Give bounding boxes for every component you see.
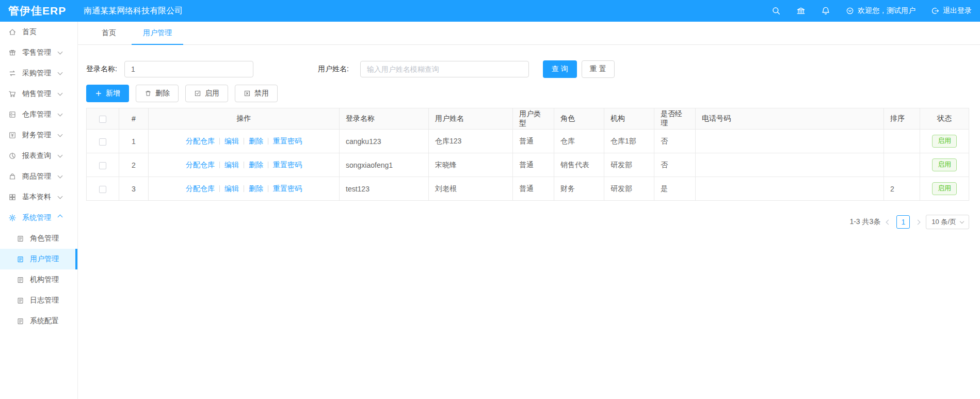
divider (244, 138, 244, 145)
cell-name: 刘老根 (429, 177, 513, 201)
tab-user-management[interactable]: 用户管理 (130, 22, 185, 44)
sidebar-item-purchase[interactable]: 采购管理 (0, 63, 77, 84)
reset-password-link[interactable]: 重置密码 (273, 161, 302, 170)
enable-button[interactable]: 启用 (185, 85, 228, 102)
divider (244, 162, 244, 168)
prev-page-button[interactable] (887, 220, 890, 224)
sidebar-item-warehouse[interactable]: 仓库管理 (0, 104, 77, 125)
assign-warehouse-link[interactable]: 分配仓库 (186, 184, 215, 194)
next-page-button[interactable] (916, 220, 920, 224)
bank-icon[interactable] (796, 6, 806, 15)
cell-name: 宋晓锋 (429, 153, 513, 177)
sidebar-item-system[interactable]: 系统管理 (0, 208, 77, 228)
cell-sort: 2 (884, 177, 920, 201)
bell-icon[interactable] (821, 6, 830, 15)
row-actions: 分配仓库 编辑 删除 重置密码 (149, 161, 339, 170)
sidebar-item-goods[interactable]: 商品管理 (0, 166, 77, 187)
assign-warehouse-link[interactable]: 分配仓库 (186, 137, 215, 146)
cell-type: 普通 (513, 130, 554, 153)
search-icon[interactable] (772, 6, 781, 15)
cart-icon (8, 90, 17, 98)
home-icon (8, 28, 17, 36)
sidebar-item-report[interactable]: 报表查询 (0, 146, 77, 166)
divider (268, 185, 268, 192)
cell-org: 研发部 (604, 177, 654, 201)
col-header-phone: 电话号码 (696, 108, 884, 130)
row-checkbox[interactable] (99, 186, 106, 193)
user-menu[interactable]: 欢迎您，测试用户 (846, 6, 915, 15)
row-actions: 分配仓库 编辑 删除 重置密码 (149, 184, 339, 194)
cell-type: 普通 (513, 177, 554, 201)
select-all-checkbox[interactable] (99, 116, 106, 123)
table-row: 3 分配仓库 编辑 删除 重置密码 test123 刘老根 普通 财务 (87, 177, 969, 201)
row-checkbox[interactable] (99, 162, 106, 169)
divider (219, 185, 220, 192)
table-row: 2 分配仓库 编辑 删除 重置密码 songxiaofeng1 宋晓锋 普通 销… (87, 153, 969, 177)
document-icon (17, 235, 24, 243)
login-name-input[interactable] (124, 61, 253, 77)
delete-link[interactable]: 删除 (249, 184, 263, 194)
pie-chart-icon (8, 152, 17, 160)
sidebar-subitem-user[interactable]: 用户管理 (0, 249, 77, 269)
page-size-select[interactable]: 10 条/页 (926, 215, 969, 229)
delete-link[interactable]: 删除 (249, 137, 263, 146)
chevron-down-icon (58, 50, 63, 55)
cell-manager: 是 (654, 177, 696, 201)
reset-password-link[interactable]: 重置密码 (273, 184, 302, 194)
sidebar-item-finance[interactable]: 财务管理 (0, 125, 77, 146)
sidebar-subitem-config[interactable]: 系统配置 (0, 311, 77, 331)
divider (244, 185, 244, 192)
row-actions: 分配仓库 编辑 删除 重置密码 (149, 137, 339, 146)
add-button-label: 新增 (106, 89, 120, 98)
table-header-row: # 操作 登录名称 用户姓名 用户类型 角色 机构 是否经理 电话号码 排序 状… (87, 108, 969, 130)
user-circle-chevron-icon (846, 7, 854, 15)
page-button-1[interactable]: 1 (896, 215, 910, 229)
query-button[interactable]: 查 询 (543, 60, 577, 78)
reset-password-link[interactable]: 重置密码 (273, 137, 302, 146)
company-name: 南通某某网络科技有限公司 (84, 6, 183, 17)
status-badge: 启用 (932, 182, 957, 195)
edit-link[interactable]: 编辑 (224, 137, 239, 146)
cell-name: 仓库123 (429, 130, 513, 153)
logout-icon (931, 7, 939, 15)
sidebar-item-home[interactable]: 首页 (0, 22, 77, 42)
pagination-total: 1-3 共3条 (849, 217, 880, 227)
cell-login: songxiaofeng1 (340, 153, 429, 177)
tab-home[interactable]: 首页 (88, 22, 130, 44)
cell-login: test123 (340, 177, 429, 201)
edit-link[interactable]: 编辑 (224, 184, 239, 194)
cell-sort (884, 153, 920, 177)
assign-warehouse-link[interactable]: 分配仓库 (186, 161, 215, 170)
chevron-down-icon (58, 70, 63, 75)
sidebar-item-label: 零售管理 (22, 48, 51, 57)
chevron-down-icon (58, 132, 63, 137)
cell-phone (696, 153, 884, 177)
logout-button[interactable]: 退出登录 (931, 6, 972, 15)
sidebar-subitem-label: 系统配置 (30, 316, 59, 326)
delete-link[interactable]: 删除 (249, 161, 263, 170)
row-checkbox[interactable] (99, 138, 106, 146)
app-logo: 管伊佳ERP (8, 4, 66, 18)
user-name-input[interactable] (360, 61, 529, 77)
cell-index: 2 (119, 153, 149, 177)
sidebar-item-label: 销售管理 (22, 89, 51, 99)
delete-button[interactable]: 删除 (136, 85, 179, 102)
toolbar: 新增 删除 启用 禁用 (86, 85, 969, 102)
sidebar-subitem-role[interactable]: 角色管理 (0, 228, 77, 249)
page-size-value: 10 条/页 (931, 217, 956, 227)
reset-button[interactable]: 重 置 (582, 60, 615, 78)
bag-icon (8, 172, 17, 181)
edit-link[interactable]: 编辑 (224, 161, 239, 170)
sidebar-subitem-label: 机构管理 (30, 275, 59, 284)
add-button[interactable]: 新增 (86, 85, 129, 102)
sidebar-subitem-log[interactable]: 日志管理 (0, 290, 77, 311)
sidebar-item-basedata[interactable]: 基本资料 (0, 187, 77, 208)
col-header-index: # (119, 108, 149, 130)
disable-button[interactable]: 禁用 (235, 85, 278, 102)
sidebar-subitem-org[interactable]: 机构管理 (0, 269, 77, 290)
sidebar-item-sales[interactable]: 销售管理 (0, 84, 77, 104)
pagination: 1-3 共3条 1 10 条/页 (86, 215, 969, 229)
check-square-icon (194, 90, 201, 97)
sidebar-item-retail[interactable]: 零售管理 (0, 42, 77, 63)
cell-index: 1 (119, 130, 149, 153)
